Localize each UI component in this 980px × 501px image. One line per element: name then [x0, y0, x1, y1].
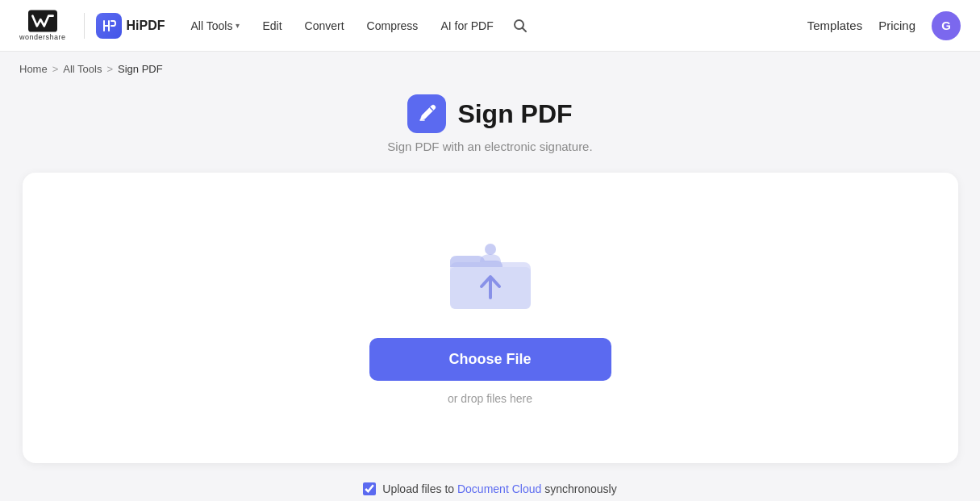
- nav-pricing[interactable]: Pricing: [878, 19, 915, 32]
- chevron-down-icon: ▾: [236, 21, 240, 30]
- svg-line-2: [522, 27, 526, 31]
- breadcrumb-sep-2: >: [106, 63, 113, 75]
- checkbox-prefix: Upload files to: [382, 482, 454, 495]
- folder-upload-icon: [446, 240, 535, 312]
- svg-rect-0: [28, 10, 57, 32]
- search-button[interactable]: [507, 12, 534, 40]
- nav-right: Templates Pricing G: [807, 11, 961, 40]
- upload-cloud-checkbox[interactable]: [363, 482, 376, 495]
- upload-icon-area: [446, 240, 535, 315]
- nav-templates[interactable]: Templates: [807, 19, 862, 32]
- nav-edit[interactable]: Edit: [252, 15, 291, 37]
- breadcrumb: Home > All Tools > Sign PDF: [0, 52, 980, 86]
- page-subtitle: Sign PDF with an electronic signature.: [387, 140, 592, 153]
- wondershare-text: wondershare: [19, 33, 66, 41]
- hipdf-label: HiPDF: [127, 19, 165, 33]
- page-title: Sign PDF: [457, 99, 572, 129]
- header: wondershare HiPDF All Tools ▾ Edit Conve…: [0, 0, 980, 52]
- nav-convert[interactable]: Convert: [295, 15, 354, 37]
- breadcrumb-all-tools[interactable]: All Tools: [63, 63, 102, 75]
- main-content: Sign PDF Sign PDF with an electronic sig…: [0, 86, 980, 501]
- checkbox-row: Upload files to Document Cloud synchrono…: [363, 482, 616, 495]
- nav-ai-for-pdf[interactable]: AI for PDF: [431, 15, 503, 37]
- svg-point-8: [485, 244, 496, 255]
- upload-card: Choose File or drop files here: [23, 173, 958, 463]
- hipdf-icon: [96, 13, 122, 39]
- nav-all-tools[interactable]: All Tools ▾: [181, 15, 250, 37]
- breadcrumb-current: Sign PDF: [118, 63, 163, 75]
- document-cloud-link[interactable]: Document Cloud: [457, 482, 541, 495]
- main-nav: All Tools ▾ Edit Convert Compress AI for…: [181, 12, 807, 40]
- wondershare-logo-area: wondershare: [19, 10, 66, 41]
- user-avatar[interactable]: G: [932, 11, 961, 40]
- hipdf-logo-icon: [101, 18, 117, 34]
- page-title-area: Sign PDF Sign PDF with an electronic sig…: [387, 94, 592, 153]
- checkbox-label[interactable]: Upload files to Document Cloud synchrono…: [382, 482, 616, 495]
- sign-pdf-icon: [407, 94, 446, 133]
- wondershare-icon: [28, 10, 57, 32]
- drop-text: or drop files here: [448, 392, 532, 405]
- hipdf-brand[interactable]: HiPDF: [96, 13, 165, 39]
- wondershare-logo[interactable]: wondershare: [19, 10, 66, 41]
- page-title-row: Sign PDF: [407, 94, 572, 133]
- choose-file-button[interactable]: Choose File: [369, 338, 611, 381]
- breadcrumb-home[interactable]: Home: [19, 63, 48, 75]
- header-divider: [84, 13, 85, 39]
- nav-compress[interactable]: Compress: [357, 15, 428, 37]
- search-icon: [513, 19, 528, 33]
- pen-icon: [415, 102, 438, 125]
- breadcrumb-sep-1: >: [52, 63, 59, 75]
